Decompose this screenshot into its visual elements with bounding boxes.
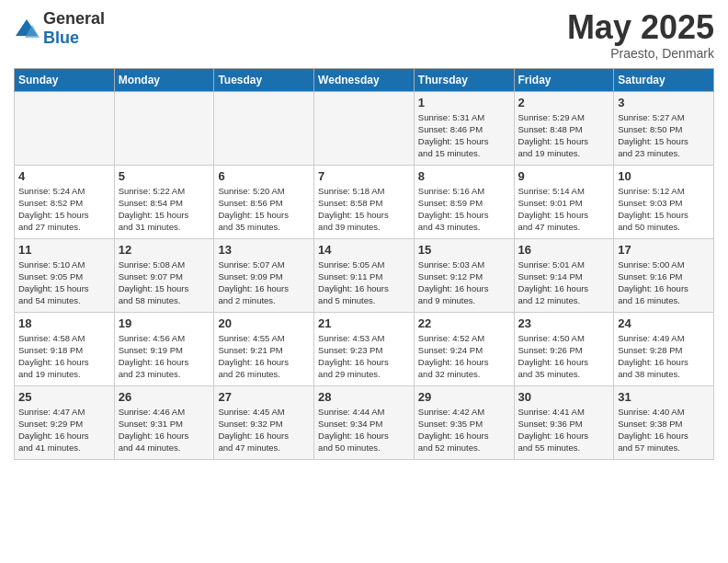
day-cell: 27Sunrise: 4:45 AMSunset: 9:32 PMDayligh… xyxy=(214,385,314,459)
day-cell: 4Sunrise: 5:24 AMSunset: 8:52 PMDaylight… xyxy=(15,165,115,238)
day-number: 20 xyxy=(218,316,310,330)
day-detail: Sunrise: 5:10 AMSunset: 9:05 PMDaylight:… xyxy=(18,259,110,307)
week-row-3: 18Sunrise: 4:58 AMSunset: 9:18 PMDayligh… xyxy=(15,312,714,385)
title-block: May 2025 Praesto, Denmark xyxy=(567,9,714,61)
logo-text: General Blue xyxy=(43,9,105,48)
header: General Blue May 2025 Praesto, Denmark xyxy=(14,9,714,61)
day-cell xyxy=(314,91,415,165)
day-cell: 30Sunrise: 4:41 AMSunset: 9:36 PMDayligh… xyxy=(514,385,614,459)
day-cell xyxy=(15,91,115,165)
day-number: 27 xyxy=(218,390,310,404)
day-number: 11 xyxy=(18,243,110,257)
day-detail: Sunrise: 4:47 AMSunset: 9:29 PMDaylight:… xyxy=(18,406,110,454)
day-number: 6 xyxy=(218,169,310,183)
weekday-header-wednesday: Wednesday xyxy=(314,68,415,91)
day-cell: 9Sunrise: 5:14 AMSunset: 9:01 PMDaylight… xyxy=(514,165,614,238)
day-detail: Sunrise: 4:46 AMSunset: 9:31 PMDaylight:… xyxy=(119,406,210,454)
day-number: 26 xyxy=(119,390,210,404)
day-cell xyxy=(214,91,314,165)
day-detail: Sunrise: 5:18 AMSunset: 8:58 PMDaylight:… xyxy=(318,185,410,234)
day-cell: 15Sunrise: 5:03 AMSunset: 9:12 PMDayligh… xyxy=(414,238,514,312)
week-row-1: 4Sunrise: 5:24 AMSunset: 8:52 PMDaylight… xyxy=(15,165,714,238)
day-detail: Sunrise: 5:07 AMSunset: 9:09 PMDaylight:… xyxy=(218,259,310,307)
day-number: 3 xyxy=(618,96,710,109)
day-cell: 7Sunrise: 5:18 AMSunset: 8:58 PMDaylight… xyxy=(314,165,415,238)
day-cell: 6Sunrise: 5:20 AMSunset: 8:56 PMDaylight… xyxy=(214,165,314,238)
day-detail: Sunrise: 5:12 AMSunset: 9:03 PMDaylight:… xyxy=(618,185,710,234)
day-number: 2 xyxy=(518,96,610,109)
day-detail: Sunrise: 4:53 AMSunset: 9:23 PMDaylight:… xyxy=(318,332,410,381)
day-number: 25 xyxy=(18,390,110,404)
day-number: 1 xyxy=(418,96,510,109)
day-detail: Sunrise: 4:44 AMSunset: 9:34 PMDaylight:… xyxy=(318,406,410,454)
day-cell: 24Sunrise: 4:49 AMSunset: 9:28 PMDayligh… xyxy=(614,312,714,385)
day-cell: 31Sunrise: 4:40 AMSunset: 9:38 PMDayligh… xyxy=(614,385,714,459)
day-detail: Sunrise: 4:42 AMSunset: 9:35 PMDaylight:… xyxy=(418,406,510,454)
day-cell: 3Sunrise: 5:27 AMSunset: 8:50 PMDaylight… xyxy=(614,91,714,165)
weekday-header-friday: Friday xyxy=(514,68,614,91)
weekday-header-tuesday: Tuesday xyxy=(214,68,314,91)
weekday-header-saturday: Saturday xyxy=(614,68,714,91)
day-cell: 25Sunrise: 4:47 AMSunset: 9:29 PMDayligh… xyxy=(15,385,115,459)
day-cell xyxy=(114,91,214,165)
day-detail: Sunrise: 4:58 AMSunset: 9:18 PMDaylight:… xyxy=(18,332,110,381)
day-detail: Sunrise: 5:00 AMSunset: 9:16 PMDaylight:… xyxy=(618,259,710,307)
day-number: 9 xyxy=(518,169,610,183)
day-cell: 23Sunrise: 4:50 AMSunset: 9:26 PMDayligh… xyxy=(514,312,614,385)
day-number: 15 xyxy=(418,243,510,257)
day-detail: Sunrise: 4:52 AMSunset: 9:24 PMDaylight:… xyxy=(418,332,510,381)
day-detail: Sunrise: 4:56 AMSunset: 9:19 PMDaylight:… xyxy=(119,332,210,381)
day-cell: 13Sunrise: 5:07 AMSunset: 9:09 PMDayligh… xyxy=(214,238,314,312)
day-cell: 16Sunrise: 5:01 AMSunset: 9:14 PMDayligh… xyxy=(514,238,614,312)
day-number: 22 xyxy=(418,316,510,330)
logo-icon xyxy=(14,17,40,40)
day-cell: 20Sunrise: 4:55 AMSunset: 9:21 PMDayligh… xyxy=(214,312,314,385)
day-detail: Sunrise: 5:14 AMSunset: 9:01 PMDaylight:… xyxy=(518,185,610,234)
day-detail: Sunrise: 4:40 AMSunset: 9:38 PMDaylight:… xyxy=(618,406,710,454)
day-cell: 28Sunrise: 4:44 AMSunset: 9:34 PMDayligh… xyxy=(314,385,415,459)
day-number: 13 xyxy=(218,243,310,257)
day-detail: Sunrise: 5:01 AMSunset: 9:14 PMDaylight:… xyxy=(518,259,610,307)
day-detail: Sunrise: 4:55 AMSunset: 9:21 PMDaylight:… xyxy=(218,332,310,381)
day-number: 12 xyxy=(119,243,210,257)
day-detail: Sunrise: 5:03 AMSunset: 9:12 PMDaylight:… xyxy=(418,259,510,307)
day-detail: Sunrise: 5:24 AMSunset: 8:52 PMDaylight:… xyxy=(18,185,110,234)
day-cell: 5Sunrise: 5:22 AMSunset: 8:54 PMDaylight… xyxy=(114,165,214,238)
day-number: 8 xyxy=(418,169,510,183)
day-cell: 29Sunrise: 4:42 AMSunset: 9:35 PMDayligh… xyxy=(414,385,514,459)
day-detail: Sunrise: 5:29 AMSunset: 8:48 PMDaylight:… xyxy=(518,111,610,160)
day-number: 29 xyxy=(418,390,510,404)
day-cell: 17Sunrise: 5:00 AMSunset: 9:16 PMDayligh… xyxy=(614,238,714,312)
logo: General Blue xyxy=(14,9,105,48)
day-number: 23 xyxy=(518,316,610,330)
day-number: 4 xyxy=(18,169,110,183)
day-cell: 14Sunrise: 5:05 AMSunset: 9:11 PMDayligh… xyxy=(314,238,415,312)
day-detail: Sunrise: 5:22 AMSunset: 8:54 PMDaylight:… xyxy=(119,185,210,234)
day-cell: 22Sunrise: 4:52 AMSunset: 9:24 PMDayligh… xyxy=(414,312,514,385)
day-detail: Sunrise: 4:49 AMSunset: 9:28 PMDaylight:… xyxy=(618,332,710,381)
day-cell: 21Sunrise: 4:53 AMSunset: 9:23 PMDayligh… xyxy=(314,312,415,385)
day-cell: 10Sunrise: 5:12 AMSunset: 9:03 PMDayligh… xyxy=(614,165,714,238)
day-cell: 11Sunrise: 5:10 AMSunset: 9:05 PMDayligh… xyxy=(15,238,115,312)
location-title: Praesto, Denmark xyxy=(567,46,714,61)
calendar-table: SundayMondayTuesdayWednesdayThursdayFrid… xyxy=(14,68,714,460)
day-number: 16 xyxy=(518,243,610,257)
week-row-4: 25Sunrise: 4:47 AMSunset: 9:29 PMDayligh… xyxy=(15,385,714,459)
day-cell: 2Sunrise: 5:29 AMSunset: 8:48 PMDaylight… xyxy=(514,91,614,165)
day-detail: Sunrise: 5:27 AMSunset: 8:50 PMDaylight:… xyxy=(618,111,710,160)
day-cell: 19Sunrise: 4:56 AMSunset: 9:19 PMDayligh… xyxy=(114,312,214,385)
day-number: 30 xyxy=(518,390,610,404)
day-number: 28 xyxy=(318,390,410,404)
day-detail: Sunrise: 5:16 AMSunset: 8:59 PMDaylight:… xyxy=(418,185,510,234)
month-title: May 2025 xyxy=(567,9,714,46)
day-detail: Sunrise: 4:41 AMSunset: 9:36 PMDaylight:… xyxy=(518,406,610,454)
day-number: 17 xyxy=(618,243,710,257)
day-cell: 1Sunrise: 5:31 AMSunset: 8:46 PMDaylight… xyxy=(414,91,514,165)
day-cell: 12Sunrise: 5:08 AMSunset: 9:07 PMDayligh… xyxy=(114,238,214,312)
day-detail: Sunrise: 5:31 AMSunset: 8:46 PMDaylight:… xyxy=(418,111,510,160)
week-row-0: 1Sunrise: 5:31 AMSunset: 8:46 PMDaylight… xyxy=(15,91,714,165)
day-cell: 18Sunrise: 4:58 AMSunset: 9:18 PMDayligh… xyxy=(15,312,115,385)
day-number: 5 xyxy=(119,169,210,183)
day-number: 31 xyxy=(618,390,710,404)
day-detail: Sunrise: 5:05 AMSunset: 9:11 PMDaylight:… xyxy=(318,259,410,307)
